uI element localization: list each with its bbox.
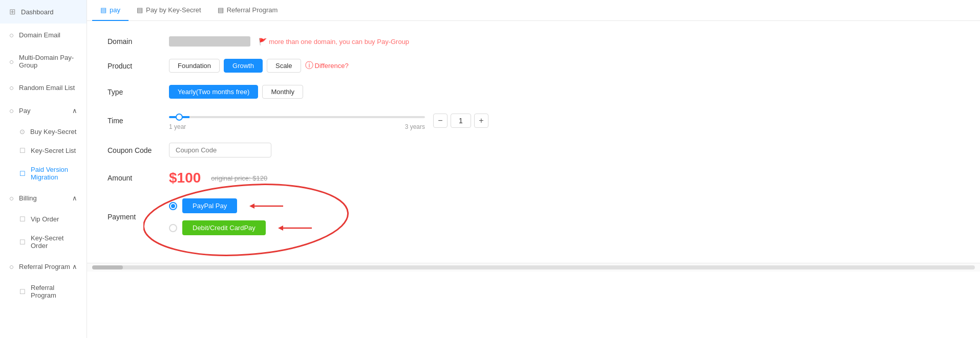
paid-migration-icon: ☐ <box>19 170 26 177</box>
sidebar-item-label: Key-Secret Order <box>31 234 77 250</box>
debit-option: Debit/Credit CardPay <box>169 220 317 235</box>
sidebar-group-billing[interactable]: ○ Billing ∧ <box>0 187 87 210</box>
bottom-scrollbar[interactable] <box>87 263 980 272</box>
amount-row: Amount $100 original price: $120 <box>108 170 960 186</box>
slider-labels: 1 year 3 years <box>169 123 425 130</box>
sidebar-group-label: Pay <box>19 107 30 115</box>
sidebar: ⊞ Dashboard ○ Domain Email ○ Multi-Domai… <box>0 0 87 338</box>
sidebar-item-label: Domain Email <box>19 31 60 39</box>
time-counter: − 1 + <box>433 114 488 128</box>
domain-note: 🚩 more than one domain, you can buy Pay-… <box>259 38 409 46</box>
sidebar-item-buy-key-secret[interactable]: ⊙ Buy Key-Secret <box>0 122 87 141</box>
coupon-input[interactable] <box>169 143 271 157</box>
btn-monthly[interactable]: Monthly <box>262 85 303 99</box>
tab-pay-icon: ▤ <box>100 6 106 14</box>
tab-pay-by-key-secret[interactable]: ▤ Pay by Key-Secret <box>129 0 209 21</box>
tab-referral-label: Referral Program <box>227 6 278 14</box>
paypal-option: PayPal Pay <box>169 198 317 213</box>
domain-value: ██████████ 🚩 more than one domain, you c… <box>169 36 960 47</box>
sidebar-item-key-secret-list[interactable]: ☐ Key-Secret List <box>0 141 87 160</box>
dashboard-icon: ⊞ <box>9 7 16 16</box>
random-email-icon: ○ <box>9 83 14 92</box>
slider-min-label: 1 year <box>169 123 186 130</box>
coupon-label: Coupon Code <box>108 146 169 154</box>
product-value: Foundation Growth Scale ⓘ Difference? <box>169 59 960 73</box>
paypal-radio[interactable] <box>169 202 177 210</box>
referral-sub-icon: ☐ <box>19 288 26 296</box>
debit-radio[interactable] <box>169 224 177 232</box>
sidebar-item-dashboard[interactable]: ⊞ Dashboard <box>0 0 87 24</box>
domain-email-icon: ○ <box>9 31 14 39</box>
scrollbar-thumb <box>92 265 123 269</box>
sidebar-item-label: Dashboard <box>21 8 54 16</box>
coupon-value <box>169 143 960 157</box>
debit-pay-btn[interactable]: Debit/Credit CardPay <box>182 220 266 235</box>
tabs-container: ▤ pay ▤ Pay by Key-Secret ▤ Referral Pro… <box>87 0 980 21</box>
tab-pay-label: pay <box>110 6 120 14</box>
sidebar-item-random-email[interactable]: ○ Random Email List <box>0 76 87 99</box>
key-secret-order-icon: ☐ <box>19 238 26 246</box>
svg-marker-2 <box>249 204 254 209</box>
time-value: 1 year 3 years − 1 + <box>169 111 960 130</box>
main-content: ▤ pay ▤ Pay by Key-Secret ▤ Referral Pro… <box>87 0 980 338</box>
buy-key-secret-icon: ⊙ <box>19 128 25 136</box>
sidebar-item-multi-domain[interactable]: ○ Multi-Domain Pay-Group <box>0 47 87 76</box>
btn-growth[interactable]: Growth <box>224 59 263 73</box>
sidebar-group-label: Referral Program <box>19 263 70 271</box>
tab-referral-icon: ▤ <box>218 6 224 14</box>
tab-pay[interactable]: ▤ pay <box>92 0 129 21</box>
product-row: Product Foundation Growth Scale ⓘ Differ… <box>108 59 960 73</box>
sidebar-item-vip-order[interactable]: ☐ Vip Order <box>0 210 87 229</box>
slider-wrapper: 1 year 3 years <box>169 111 425 130</box>
domain-blurred: ██████████ <box>169 36 250 47</box>
sidebar-group-pay[interactable]: ○ Pay ∧ <box>0 99 87 122</box>
sidebar-item-label: Key-Secret List <box>31 147 76 154</box>
type-value: Yearly(Two months free) Monthly <box>169 85 960 99</box>
coupon-row: Coupon Code <box>108 143 960 157</box>
payment-label: Payment <box>108 213 169 221</box>
payment-section-wrapper: PayPal Pay Debit/Credit CardPay <box>169 198 317 235</box>
pay-group-icon: ○ <box>9 106 14 115</box>
payment-options: PayPal Pay Debit/Credit CardPay <box>169 198 317 235</box>
multi-domain-icon: ○ <box>9 57 14 66</box>
domain-row: Domain ██████████ 🚩 more than one domain… <box>108 36 960 47</box>
chevron-up-icon: ∧ <box>72 263 77 271</box>
sidebar-item-domain-email[interactable]: ○ Domain Email <box>0 24 87 47</box>
sidebar-item-referral-sub[interactable]: ☐ Referral Program <box>0 278 87 305</box>
counter-minus-btn[interactable]: − <box>433 114 448 128</box>
difference-link[interactable]: ⓘ Difference? <box>305 60 349 71</box>
time-label: Time <box>108 117 169 125</box>
sidebar-item-label: Referral Program <box>31 284 77 299</box>
counter-plus-btn[interactable]: + <box>474 114 488 128</box>
arrow-paypal <box>247 200 288 212</box>
referral-group-icon: ○ <box>9 262 14 271</box>
key-secret-list-icon: ☐ <box>19 147 26 154</box>
sidebar-group-label: Billing <box>19 194 37 202</box>
vip-order-icon: ☐ <box>19 215 26 223</box>
chevron-up-icon: ∧ <box>72 194 77 202</box>
paypal-pay-btn[interactable]: PayPal Pay <box>182 198 237 213</box>
sidebar-group-referral[interactable]: ○ Referral Program ∧ <box>0 255 87 278</box>
counter-value: 1 <box>451 114 471 128</box>
type-label: Type <box>108 88 169 96</box>
form-content: Domain ██████████ 🚩 more than one domain… <box>87 21 980 263</box>
btn-yearly[interactable]: Yearly(Two months free) <box>169 85 258 99</box>
sidebar-item-label: Paid Version Migration <box>31 166 77 181</box>
btn-foundation[interactable]: Foundation <box>169 59 220 73</box>
slider-thumb[interactable] <box>176 114 183 121</box>
flag-icon: 🚩 <box>259 38 267 46</box>
sidebar-item-label: Buy Key-Secret <box>30 128 76 136</box>
tab-referral-program[interactable]: ▤ Referral Program <box>209 0 286 21</box>
tab-key-secret-label: Pay by Key-Secret <box>146 6 201 14</box>
amount-price: $100 <box>169 170 201 186</box>
svg-marker-4 <box>278 226 283 231</box>
arrow-debit <box>276 222 317 234</box>
btn-scale[interactable]: Scale <box>267 59 301 73</box>
sidebar-item-paid-version-migration[interactable]: ☐ Paid Version Migration <box>0 160 87 187</box>
sidebar-item-label: Multi-Domain Pay-Group <box>19 54 77 69</box>
sidebar-item-label: Vip Order <box>31 215 59 223</box>
sidebar-item-label: Random Email List <box>19 84 75 92</box>
slider-track <box>169 116 425 118</box>
sidebar-item-key-secret-order[interactable]: ☐ Key-Secret Order <box>0 229 87 255</box>
product-label: Product <box>108 62 169 70</box>
